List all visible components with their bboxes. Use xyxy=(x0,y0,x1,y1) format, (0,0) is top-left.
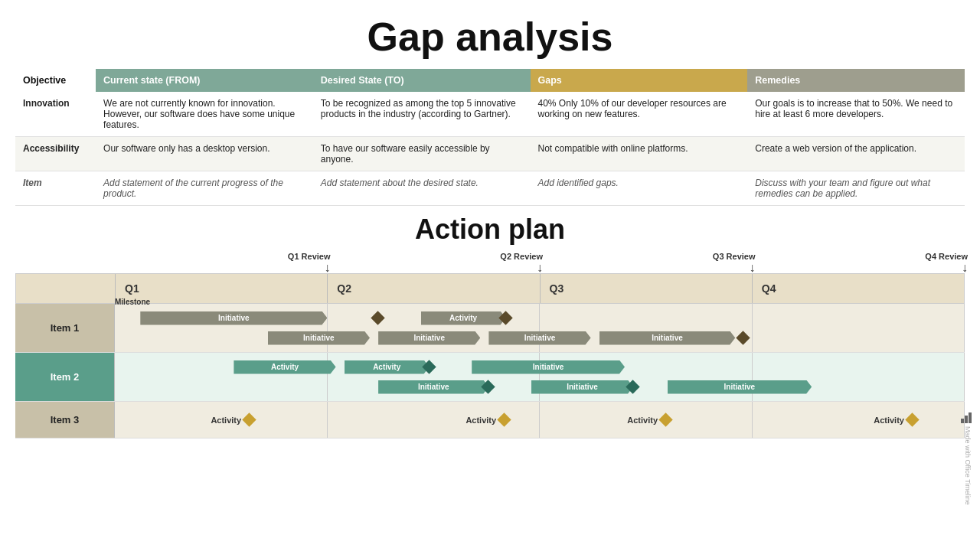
cell-gaps-0: 40% Only 10% of our developer resources … xyxy=(531,92,748,137)
row-label-1: Item 1 xyxy=(15,304,115,352)
action-plan-title: Action plan xyxy=(0,206,980,252)
diamond-text-label: Activity xyxy=(627,416,658,425)
label-diamond-group: Activity xyxy=(211,415,254,425)
cell-desired-1: To have our software easily accessible b… xyxy=(313,137,531,171)
row-content-2: ActivityActivityInitiativeInitiativeInit… xyxy=(115,353,965,401)
gap-table: Objective Current state (FROM) Desired S… xyxy=(15,69,965,206)
cell-objective-0: Innovation xyxy=(15,92,96,137)
gantt-rows: Item 1MilestoneInitiativeActivityInitiat… xyxy=(15,304,965,439)
bar-initiative: Initiative xyxy=(599,331,736,345)
row-label-2: Item 2 xyxy=(15,353,115,401)
q1-review-label: Q1 Review↓ xyxy=(288,252,331,275)
row-label-3: Item 3 xyxy=(15,402,115,438)
cell-remedies-0: Our goals is to increase that to 50%. We… xyxy=(747,92,965,137)
bar-initiative: Initiative xyxy=(668,380,812,394)
diamond-marker xyxy=(737,331,750,344)
cell-gaps-2: Add identified gaps. xyxy=(531,171,748,206)
bar-activity: Activity xyxy=(234,360,335,374)
row-content-3: ActivityActivityActivityActivity xyxy=(115,402,965,438)
diamond-marker xyxy=(371,311,384,324)
col-header-objective: Objective xyxy=(15,69,96,92)
cell-gaps-1: Not compatible with online platforms. xyxy=(531,137,748,171)
svg-rect-2 xyxy=(969,412,972,423)
svg-rect-0 xyxy=(961,419,964,423)
bar-initiative: Initiative xyxy=(140,311,327,325)
q4-segment: Q4 xyxy=(753,274,964,303)
gantt-row-3: Item 3ActivityActivityActivityActivity xyxy=(15,402,965,439)
diamond-text-label: Activity xyxy=(466,416,496,425)
row-content-1: MilestoneInitiativeActivityInitiativeIni… xyxy=(115,304,965,352)
cell-remedies-1: Create a web version of the application. xyxy=(747,137,965,171)
diamond-text-label: Activity xyxy=(874,416,904,425)
cell-current-2: Add statement of the current progress of… xyxy=(96,171,313,206)
gold-diamond xyxy=(497,412,511,426)
svg-rect-1 xyxy=(965,416,968,423)
cell-objective-2: Item xyxy=(15,171,96,206)
gantt-row-2: Item 2ActivityActivityInitiativeInitiati… xyxy=(15,353,965,402)
gantt-row-1: Item 1MilestoneInitiativeActivityInitiat… xyxy=(15,304,965,353)
bar-activity: Activity xyxy=(421,311,506,325)
col-header-gaps: Gaps xyxy=(531,69,748,92)
watermark: Made with Office Timeline xyxy=(961,412,974,505)
bar-initiative: Initiative xyxy=(488,331,590,345)
gold-diamond xyxy=(905,412,919,426)
milestone-label: Milestone xyxy=(115,298,150,306)
cell-desired-2: Add statement about the desired state. xyxy=(313,171,531,206)
bar-initiative: Initiative xyxy=(378,331,480,345)
bar-initiative: Initiative xyxy=(378,380,488,394)
col-header-current: Current state (FROM) xyxy=(96,69,313,92)
bar-initiative: Initiative xyxy=(268,331,370,345)
page-title: Gap analysis xyxy=(0,0,980,69)
bar-initiative: Initiative xyxy=(472,360,625,374)
cell-remedies-2: Discuss with your team and figure out wh… xyxy=(747,171,965,206)
cell-current-1: Our software only has a desktop version. xyxy=(96,137,313,171)
label-diamond-group: Activity xyxy=(874,415,917,425)
q4-review-label: Q4 Review↓ xyxy=(925,252,968,275)
q2-review-label: Q2 Review↓ xyxy=(500,252,543,275)
label-diamond-group: Activity xyxy=(627,415,671,425)
cell-objective-1: Accessibility xyxy=(15,137,96,171)
label-diamond-group: Activity xyxy=(466,415,509,425)
q2-segment: Q2 xyxy=(328,274,540,303)
diamond-text-label: Activity xyxy=(211,416,241,425)
cell-desired-0: To be recognized as among the top 5 inno… xyxy=(313,92,531,137)
cell-current-0: We are not currently known for innovatio… xyxy=(96,92,313,137)
q3-review-label: Q3 Review↓ xyxy=(713,252,756,275)
col-header-remedies: Remedies xyxy=(747,69,965,92)
bar-initiative: Initiative xyxy=(531,380,633,394)
col-header-desired: Desired State (TO) xyxy=(313,69,531,92)
bar-activity: Activity xyxy=(345,360,430,374)
q3-segment: Q3 xyxy=(541,274,753,303)
gold-diamond xyxy=(242,412,256,426)
timeline-container: Q1 Review↓ Q2 Review↓ Q3 Review↓ Q4 Revi… xyxy=(15,252,965,439)
gold-diamond xyxy=(658,412,672,426)
quarter-bar: Q1 Q2 Q3 Q4 xyxy=(15,273,965,304)
